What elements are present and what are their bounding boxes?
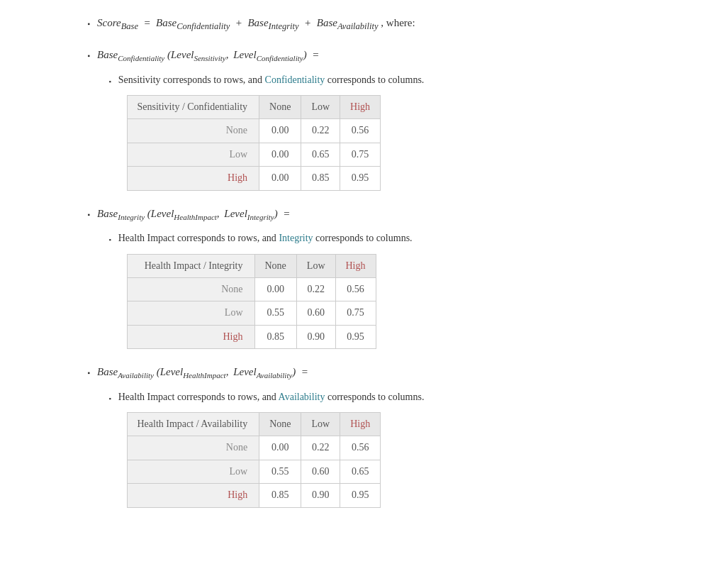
int-header-none: None (254, 254, 296, 277)
avail-high-low: 0.90 (301, 484, 340, 507)
conf-low-none: 0.00 (259, 143, 301, 166)
avail-low-low: 0.60 (301, 460, 340, 483)
bullet-marker-conf: ▪ (88, 50, 91, 62)
table-row: High 0.85 0.90 0.95 (127, 484, 381, 507)
integrity-table-header-row: Health Impact / Integrity None Low High (127, 254, 376, 277)
integrity-formula: BaseIntegrity (LevelHealthImpact, LevelI… (97, 205, 290, 224)
integrity-table-container: Health Impact / Integrity None Low High … (127, 254, 641, 350)
confidentiality-formula: BaseConfidentiality (LevelSensitivity, L… (97, 46, 319, 65)
conf-high-low: 0.85 (301, 167, 340, 190)
bullet-marker-1: ▪ (88, 18, 91, 30)
int-row-none-label: None (127, 277, 254, 301)
int-low-low: 0.60 (296, 301, 335, 325)
availability-desc-text: Health Impact corresponds to rows, and A… (118, 389, 425, 405)
conf-none-high: 0.56 (340, 119, 381, 143)
table-row: None 0.00 0.22 0.56 (127, 119, 381, 143)
confidentiality-table: Sensitivity / Confidentiality None Low H… (127, 95, 381, 191)
table-row: Low 0.55 0.60 0.75 (127, 301, 376, 325)
avail-none-low: 0.22 (301, 436, 340, 460)
avail-header-none: None (259, 413, 301, 436)
int-row-low-label: Low (127, 301, 254, 325)
confidentiality-description: ▪ Sensitivity corresponds to rows, and C… (109, 72, 641, 88)
score-formula-item: ▪ ScoreBase = BaseConfidentiality + Base… (88, 14, 641, 33)
sub-bullet-marker-avail: ▪ (109, 394, 111, 404)
integrity-table: Health Impact / Integrity None Low High … (127, 254, 376, 350)
table-row: None 0.00 0.22 0.56 (127, 277, 376, 301)
confidentiality-highlight: Confidentiality (265, 74, 325, 85)
confidentiality-desc-text: Sensitivity corresponds to rows, and Con… (118, 72, 425, 88)
integrity-description: ▪ Health Impact corresponds to rows, and… (109, 231, 641, 246)
avail-row-none-label: None (127, 436, 259, 460)
availability-description: ▪ Health Impact corresponds to rows, and… (109, 389, 641, 405)
int-none-high: 0.56 (335, 277, 376, 301)
integrity-formula-item: ▪ BaseIntegrity (LevelHealthImpact, Leve… (88, 205, 641, 224)
confidentiality-table-header-row: Sensitivity / Confidentiality None Low H… (127, 95, 381, 118)
availability-table: Health Impact / Availability None Low Hi… (127, 412, 381, 508)
int-low-high: 0.75 (335, 301, 376, 325)
conf-low-low: 0.65 (301, 143, 340, 166)
confidentiality-table-container: Sensitivity / Confidentiality None Low H… (127, 95, 641, 191)
avail-low-high: 0.65 (340, 460, 381, 483)
int-high-none: 0.85 (254, 325, 296, 348)
availability-table-header-row: Health Impact / Availability None Low Hi… (127, 413, 381, 436)
avail-header-low: Low (301, 413, 340, 436)
bullet-marker-int: ▪ (88, 209, 91, 221)
table-row: High 0.85 0.90 0.95 (127, 325, 376, 348)
avail-none-high: 0.56 (340, 436, 381, 460)
int-header-low: Low (296, 254, 335, 277)
conf-row-high-label: High (127, 167, 259, 190)
conf-header-none: None (259, 95, 301, 118)
integrity-highlight: Integrity (279, 233, 313, 243)
avail-header-high: High (340, 413, 381, 436)
conf-high-none: 0.00 (259, 167, 301, 190)
conf-row-low-label: Low (127, 143, 259, 166)
availability-formula-item: ▪ BaseAvailability (LevelHealthImpact, L… (88, 363, 641, 382)
avail-row-high-label: High (127, 484, 259, 507)
sub-bullet-marker-conf: ▪ (109, 77, 111, 87)
int-none-low: 0.22 (296, 277, 335, 301)
conf-header-high: High (340, 95, 381, 118)
conf-row-none-label: None (127, 119, 259, 143)
integrity-section: ▪ BaseIntegrity (LevelHealthImpact, Leve… (88, 205, 641, 350)
int-high-high: 0.95 (335, 325, 376, 348)
avail-none-none: 0.00 (259, 436, 301, 460)
conf-high-high: 0.95 (340, 167, 381, 190)
availability-section: ▪ BaseAvailability (LevelHealthImpact, L… (88, 363, 641, 508)
table-row: High 0.00 0.85 0.95 (127, 167, 381, 190)
conf-header-label: Sensitivity / Confidentiality (127, 95, 259, 118)
bullet-marker-avail: ▪ (88, 367, 91, 379)
confidentiality-formula-item: ▪ BaseConfidentiality (LevelSensitivity,… (88, 46, 641, 65)
avail-high-high: 0.95 (340, 484, 381, 507)
int-header-label: Health Impact / Integrity (127, 254, 254, 277)
integrity-desc-text: Health Impact corresponds to rows, and I… (118, 231, 413, 246)
int-row-high-label: High (127, 325, 254, 348)
avail-header-label: Health Impact / Availability (127, 413, 259, 436)
conf-header-low: Low (301, 95, 340, 118)
table-row: Low 0.55 0.60 0.65 (127, 460, 381, 483)
sub-bullet-marker-int: ▪ (109, 235, 111, 245)
availability-highlight: Availability (279, 392, 325, 402)
table-row: None 0.00 0.22 0.56 (127, 436, 381, 460)
avail-low-none: 0.55 (259, 460, 301, 483)
conf-low-high: 0.75 (340, 143, 381, 166)
int-header-high: High (335, 254, 376, 277)
conf-none-low: 0.22 (301, 119, 340, 143)
conf-none-none: 0.00 (259, 119, 301, 143)
int-none-none: 0.00 (254, 277, 296, 301)
main-content: ▪ ScoreBase = BaseConfidentiality + Base… (88, 14, 641, 508)
confidentiality-section: ▪ BaseConfidentiality (LevelSensitivity,… (88, 46, 641, 191)
availability-formula: BaseAvailability (LevelHealthImpact, Lev… (97, 363, 308, 382)
avail-high-none: 0.85 (259, 484, 301, 507)
table-row: Low 0.00 0.65 0.75 (127, 143, 381, 166)
int-high-low: 0.90 (296, 325, 335, 348)
int-low-none: 0.55 (254, 301, 296, 325)
score-formula: ScoreBase = BaseConfidentiality + BaseIn… (97, 14, 415, 33)
availability-table-container: Health Impact / Availability None Low Hi… (127, 412, 641, 508)
avail-row-low-label: Low (127, 460, 259, 483)
